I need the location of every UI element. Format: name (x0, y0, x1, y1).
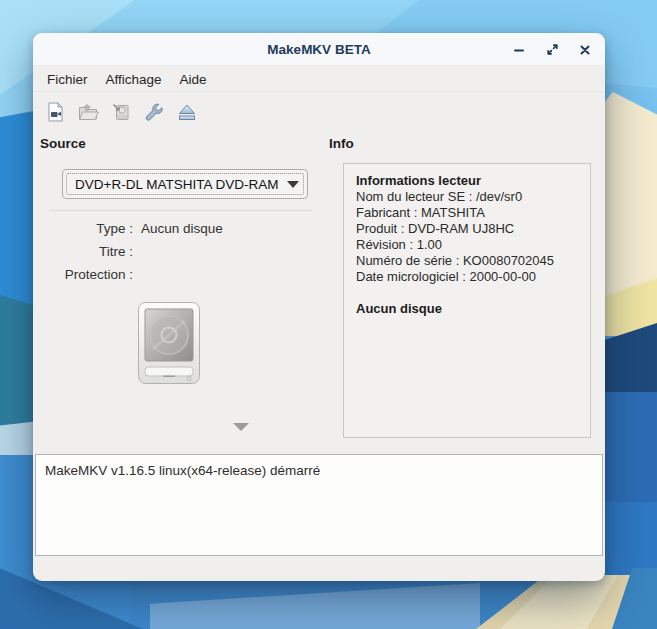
drive-selector-value: DVD+R-DL MATSHITA DVD-RAM (71, 177, 281, 192)
menu-aide[interactable]: Aide (171, 69, 216, 90)
open-folder-icon (77, 101, 99, 123)
open-video-file-icon (44, 101, 66, 123)
info-blank-line (356, 285, 578, 301)
info-line-revision: Révision : 1.00 (356, 237, 578, 253)
drive-selector[interactable]: DVD+R-DL MATSHITA DVD-RAM (62, 169, 308, 199)
field-row-type: Type : Aucun disque (33, 217, 323, 240)
menu-fichier[interactable]: Fichier (38, 69, 97, 90)
protection-label: Protection : (33, 267, 133, 282)
chevron-down-icon (287, 181, 299, 188)
window-controls (507, 33, 597, 66)
drive-info-title: Informations lecteur (356, 173, 578, 189)
disc-fields: Type : Aucun disque Titre : Protection : (33, 217, 323, 286)
type-label: Type : (33, 221, 133, 236)
eject-button[interactable] (173, 98, 201, 126)
window-titlebar[interactable]: MakeMKV BETA (33, 33, 605, 66)
titre-label: Titre : (33, 244, 133, 259)
field-row-titre: Titre : (33, 240, 323, 263)
wallpaper-facet (150, 583, 480, 629)
info-line-product: Produit : DVD-RAM UJ8HC (356, 221, 578, 237)
disc-status: Aucun disque (356, 301, 578, 317)
source-separator (50, 210, 312, 211)
info-section-label: Info (329, 136, 354, 151)
backup-disc-button[interactable] (107, 98, 135, 126)
log-line: MakeMKV v1.16.5 linux(x64-release) démar… (45, 462, 593, 480)
settings-wrench-icon (143, 101, 165, 123)
toolbar (33, 93, 605, 131)
info-line-manufacturer: Fabricant : MATSHITA (356, 205, 578, 221)
log-output[interactable]: MakeMKV v1.16.5 linux(x64-release) démar… (35, 454, 603, 556)
field-row-protection: Protection : (33, 263, 323, 286)
titles-scroll-down-icon (233, 423, 249, 431)
minimize-button[interactable] (507, 38, 531, 62)
info-line-firmware-date: Date micrologiciel : 2000-00-00 (356, 269, 578, 285)
desktop-wallpaper: MakeMKV BETA Fichier Affichage (0, 0, 657, 629)
eject-icon (176, 101, 198, 123)
menu-affichage[interactable]: Affichage (97, 69, 171, 90)
type-value: Aucun disque (141, 221, 223, 236)
close-icon (579, 44, 591, 56)
optical-drive-icon (137, 301, 201, 385)
info-line-os-device: Nom du lecteur SE : /dev/sr0 (356, 189, 578, 205)
minimize-icon (513, 44, 525, 56)
restore-button[interactable] (540, 38, 564, 62)
info-line-serial: Numéro de série : KO0080702045 (356, 253, 578, 269)
backup-disc-icon (110, 101, 132, 123)
source-section-label: Source (40, 136, 86, 151)
restore-icon (546, 43, 559, 56)
open-video-file-button[interactable] (41, 98, 69, 126)
drive-info-box: Informations lecteur Nom du lecteur SE :… (343, 163, 591, 438)
makemkv-window: MakeMKV BETA Fichier Affichage (33, 33, 605, 581)
close-button[interactable] (573, 38, 597, 62)
menu-bar: Fichier Affichage Aide (33, 67, 605, 92)
open-folder-button[interactable] (74, 98, 102, 126)
settings-button[interactable] (140, 98, 168, 126)
